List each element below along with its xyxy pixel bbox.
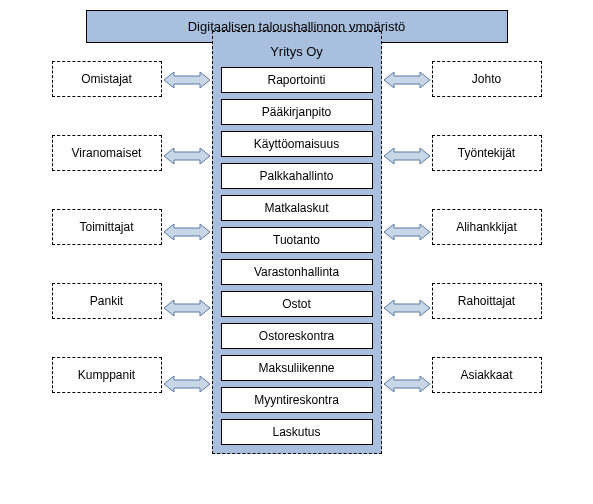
- arrow-right-2: [382, 213, 432, 251]
- module-ostoreskontra: Ostoreskontra: [221, 323, 373, 349]
- left-column: Omistajat Viranomaiset Toimittajat Panki…: [52, 61, 162, 393]
- arrow-right-3: [382, 289, 432, 327]
- entity-rahoittajat: Rahoittajat: [432, 283, 542, 319]
- entity-johto: Johto: [432, 61, 542, 97]
- double-arrow-icon: [384, 72, 430, 88]
- module-varastonhallinta: Varastonhallinta: [221, 259, 373, 285]
- double-arrow-icon: [164, 300, 210, 316]
- arrow-left-4: [162, 365, 212, 403]
- module-paakirjanpito: Pääkirjanpito: [221, 99, 373, 125]
- entity-alihankkijat: Alihankkijat: [432, 209, 542, 245]
- module-palkkahallinto: Palkkahallinto: [221, 163, 373, 189]
- double-arrow-icon: [384, 148, 430, 164]
- arrow-left-0: [162, 61, 212, 99]
- double-arrow-icon: [384, 300, 430, 316]
- diagram-main: Omistajat Viranomaiset Toimittajat Panki…: [10, 61, 583, 454]
- module-raportointi: Raportointi: [221, 67, 373, 93]
- right-arrows: [382, 61, 432, 403]
- arrow-left-3: [162, 289, 212, 327]
- double-arrow-icon: [384, 224, 430, 240]
- module-myyntireskontra: Myyntireskontra: [221, 387, 373, 413]
- double-arrow-icon: [164, 72, 210, 88]
- arrow-right-1: [382, 137, 432, 175]
- arrow-right-4: [382, 365, 432, 403]
- module-kayttoomaisuus: Käyttöomaisuus: [221, 131, 373, 157]
- module-ostot: Ostot: [221, 291, 373, 317]
- module-maksuliikenne: Maksuliikenne: [221, 355, 373, 381]
- entity-kumppanit: Kumppanit: [52, 357, 162, 393]
- double-arrow-icon: [384, 376, 430, 392]
- entity-toimittajat: Toimittajat: [52, 209, 162, 245]
- module-laskutus: Laskutus: [221, 419, 373, 445]
- double-arrow-icon: [164, 224, 210, 240]
- right-column: Johto Työntekijät Alihankkijat Rahoittaj…: [432, 61, 542, 393]
- entity-omistajat: Omistajat: [52, 61, 162, 97]
- entity-viranomaiset: Viranomaiset: [52, 135, 162, 171]
- entity-pankit: Pankit: [52, 283, 162, 319]
- entity-tyontekijat: Työntekijät: [432, 135, 542, 171]
- arrow-left-2: [162, 213, 212, 251]
- entity-asiakkaat: Asiakkaat: [432, 357, 542, 393]
- module-tuotanto: Tuotanto: [221, 227, 373, 253]
- center-entity: Yritys Oy Raportointi Pääkirjanpito Käyt…: [212, 31, 382, 454]
- arrow-left-1: [162, 137, 212, 175]
- double-arrow-icon: [164, 376, 210, 392]
- module-matkalaskut: Matkalaskut: [221, 195, 373, 221]
- double-arrow-icon: [164, 148, 210, 164]
- center-title: Yritys Oy: [221, 40, 373, 67]
- arrow-right-0: [382, 61, 432, 99]
- left-arrows: [162, 61, 212, 403]
